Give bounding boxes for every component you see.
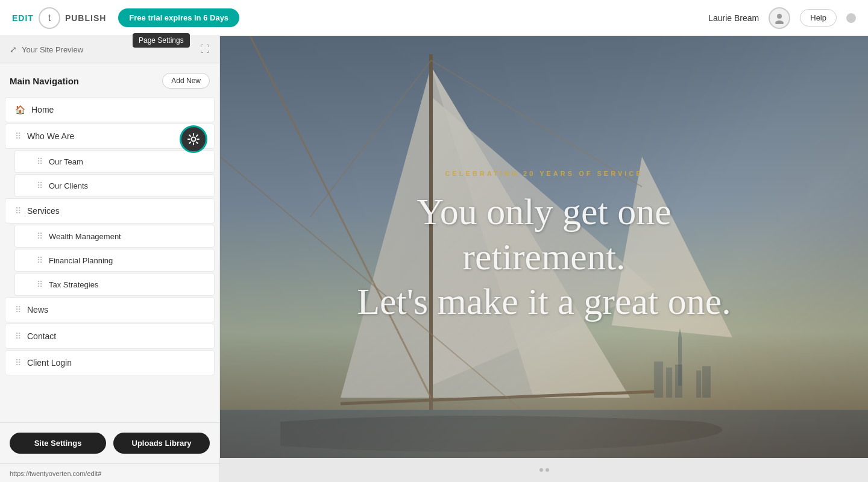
nav-item-wealth-management-label: Wealth Management [49, 232, 121, 241]
nav-item-news-label: News [27, 305, 48, 315]
svg-rect-19 [702, 366, 711, 398]
svg-rect-12 [220, 410, 868, 458]
hero-background: CELEBRATING 20 YEARS OF SERVICE You only… [220, 36, 868, 458]
logo-circle: t [39, 7, 60, 29]
nav-item-contact[interactable]: ⠿ Contact [5, 324, 215, 349]
nav-header: Main Navigation Add New [0, 63, 219, 93]
url-bar: https://twentyoverten.com/edit# [0, 463, 219, 482]
drag-handle: ⠿ [37, 231, 43, 241]
drag-handle: ⠿ [15, 305, 21, 315]
preview-bar-left: ⤢ Your Site Preview [10, 45, 83, 54]
svg-rect-17 [675, 365, 682, 398]
nav-item-our-clients[interactable]: ⠿ Our Clients [14, 174, 215, 197]
nav-item-home-label: Home [31, 105, 54, 114]
svg-rect-16 [666, 368, 672, 398]
nav-item-home[interactable]: 🏠 Home [5, 97, 215, 122]
preview-content: CELEBRATING 20 YEARS OF SERVICE You only… [220, 36, 868, 458]
nav-item-financial-planning-label: Financial Planning [49, 256, 113, 265]
nav-item-contact-label: Contact [27, 331, 56, 341]
dot-1 [539, 468, 543, 472]
nav-item-tax-strategies-label: Tax Strategies [49, 280, 98, 289]
help-button[interactable]: Help [800, 9, 837, 27]
svg-rect-15 [654, 362, 663, 398]
drag-handle: ⠿ [15, 131, 21, 141]
page-settings-gear[interactable] [180, 125, 207, 153]
main-layout: ⤢ Your Site Preview ⛶ Main Navigation Ad… [0, 36, 868, 482]
drag-handle: ⠿ [37, 157, 43, 166]
nav-item-client-login[interactable]: ⠿ Client Login [5, 350, 215, 375]
drag-handle: ⠿ [15, 331, 21, 341]
user-name: Laurie Bream [708, 13, 759, 23]
nav-item-tax-strategies[interactable]: ⠿ Tax Strategies [14, 273, 215, 296]
preview-area: CELEBRATING 20 YEARS OF SERVICE You only… [220, 36, 868, 482]
hero-subtitle: CELEBRATING 20 YEARS OF SERVICE [357, 170, 731, 177]
nav-item-client-login-label: Client Login [27, 358, 72, 368]
drag-handle: ⠿ [37, 181, 43, 190]
resize-icon[interactable]: ⛶ [200, 44, 210, 55]
home-icon: 🏠 [15, 105, 25, 114]
add-new-button[interactable]: Add New [162, 73, 210, 89]
notification-dot[interactable] [846, 13, 856, 23]
svg-rect-18 [696, 371, 701, 398]
nav-item-financial-planning[interactable]: ⠿ Financial Planning [14, 249, 215, 272]
trial-badge[interactable]: Free trial expires in 6 Days [118, 8, 239, 27]
svg-point-2 [192, 137, 196, 142]
drag-handle: ⠿ [15, 358, 21, 368]
dot-2 [546, 468, 549, 472]
top-bar-right: Laurie Bream Help [708, 7, 856, 29]
nav-item-wealth-management[interactable]: ⠿ Wealth Management [14, 225, 215, 248]
nav-title: Main Navigation [10, 76, 79, 86]
nav-item-services[interactable]: ⠿ Services [5, 198, 215, 224]
nav-item-services-label: Services [27, 206, 60, 216]
page-settings-tooltip: Page Settings [133, 33, 190, 48]
preview-bar-right: ⛶ [200, 44, 210, 55]
svg-point-0 [777, 14, 782, 19]
sidebar-bottom: Site Settings Uploads Library [0, 422, 219, 463]
url-text: https://twentyoverten.com/edit# [10, 470, 101, 477]
preview-footer [220, 458, 868, 482]
publish-button[interactable]: PUBLISH [65, 13, 106, 23]
svg-point-1 [775, 20, 784, 24]
edit-button[interactable]: EDIT [12, 13, 34, 23]
expand-icon[interactable]: ⤢ [10, 45, 17, 54]
drag-handle: ⠿ [37, 255, 43, 265]
nav-item-who-we-are-label: Who We Are [27, 131, 74, 141]
hero-title: You only get one retirement. Let's make … [357, 189, 731, 324]
pagination-dots [539, 468, 549, 472]
top-bar: EDIT t PUBLISH Free trial expires in 6 D… [0, 0, 868, 36]
nav-item-our-team-label: Our Team [49, 157, 83, 166]
uploads-library-button[interactable]: Uploads Library [113, 433, 210, 454]
user-avatar[interactable] [769, 7, 790, 29]
nav-item-our-team[interactable]: ⠿ Our Team [14, 150, 215, 173]
nav-item-news[interactable]: ⠿ News [5, 297, 215, 322]
site-settings-button[interactable]: Site Settings [10, 433, 106, 454]
drag-handle: ⠿ [15, 206, 21, 216]
nav-item-our-clients-label: Our Clients [49, 181, 88, 190]
drag-handle: ⠿ [37, 280, 43, 289]
hero-text: CELEBRATING 20 YEARS OF SERVICE You only… [357, 170, 731, 324]
sidebar: ⤢ Your Site Preview ⛶ Main Navigation Ad… [0, 36, 220, 482]
preview-label: Your Site Preview [22, 45, 83, 54]
